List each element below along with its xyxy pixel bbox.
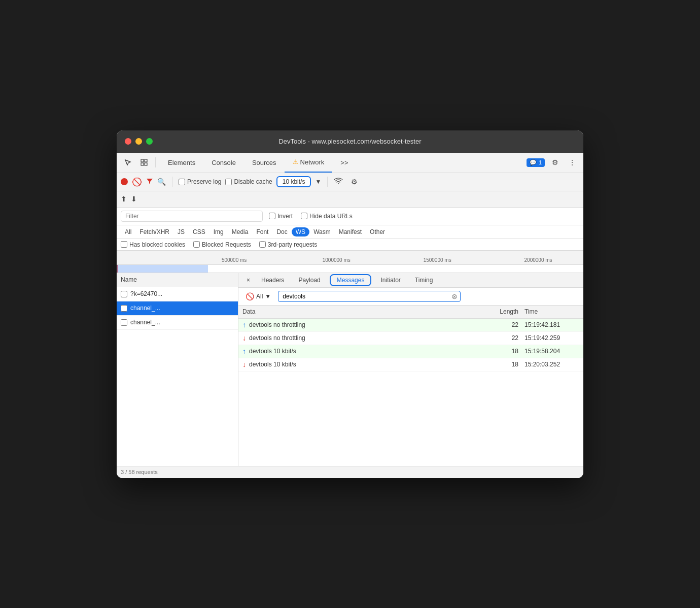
throttle-dropdown[interactable]: ▼ xyxy=(315,178,321,185)
tab-sources[interactable]: Sources xyxy=(244,152,285,173)
message-row-3[interactable]: ↑ devtools 10 kbit/s 18 15:19:58.204 xyxy=(238,345,583,358)
msg-time-2: 15:19:42.259 xyxy=(518,334,579,342)
svg-rect-2 xyxy=(141,163,144,165)
request-checkbox-2[interactable] xyxy=(121,305,127,312)
filter-input-wrap xyxy=(121,211,263,222)
timeline-label-4: 2000000 ms xyxy=(524,257,552,263)
type-js[interactable]: JS xyxy=(173,227,189,237)
svg-rect-0 xyxy=(141,159,144,162)
tab-console[interactable]: Console xyxy=(203,152,244,173)
request-row-2[interactable]: channel_... xyxy=(117,301,238,316)
message-row-1[interactable]: ↑ devtools no throttling 22 15:19:42.181 xyxy=(238,319,583,332)
inspect-icon[interactable] xyxy=(137,155,151,170)
arrow-up-icon-3: ↑ xyxy=(242,347,246,355)
third-party-label[interactable]: 3rd-party requests xyxy=(259,241,317,248)
more-icon[interactable]: ⋮ xyxy=(565,155,579,170)
preserve-log-checkbox[interactable] xyxy=(179,179,185,185)
time-col-header: Time xyxy=(518,308,579,315)
throttle-button[interactable]: 10 kbit/s xyxy=(276,176,311,187)
tab-payload[interactable]: Payload xyxy=(291,274,327,287)
tab-elements[interactable]: Elements xyxy=(160,152,203,173)
request-name-3: channel_... xyxy=(130,319,160,326)
main-content: Name ?k=62470... channel_... channel_... xyxy=(117,273,583,466)
hide-data-urls-label[interactable]: Hide data URLs xyxy=(301,213,353,220)
blocked-requests-label[interactable]: Blocked Requests xyxy=(193,241,251,248)
type-media[interactable]: Media xyxy=(228,227,253,237)
type-manifest[interactable]: Manifest xyxy=(335,227,366,237)
type-all[interactable]: All xyxy=(121,227,135,237)
tab-timing[interactable]: Timing xyxy=(408,274,440,287)
filter-input[interactable] xyxy=(121,211,263,222)
warning-icon: ⚠ xyxy=(293,158,298,165)
record-button[interactable] xyxy=(121,178,128,185)
name-column-header: Name xyxy=(117,273,238,287)
arrow-down-icon-4: ↓ xyxy=(242,360,246,368)
no-entry-icon: 🚫 xyxy=(246,292,254,300)
tab-headers[interactable]: Headers xyxy=(254,274,291,287)
name-col-label: Name xyxy=(121,276,137,283)
invert-checkbox[interactable] xyxy=(269,213,275,219)
messages-all-filter[interactable]: 🚫 All ▼ xyxy=(242,291,274,301)
message-row-4[interactable]: ↓ devtools 10 kbit/s 18 15:20:03.252 xyxy=(238,358,583,371)
blocked-cookies-label[interactable]: Has blocked cookies xyxy=(121,241,185,248)
request-checkbox-3[interactable] xyxy=(121,319,127,326)
upload-icon[interactable]: ⬆ xyxy=(121,195,127,203)
close-button[interactable] xyxy=(125,138,131,145)
filter-checkboxes: Invert Hide data URLs xyxy=(269,213,353,220)
messages-header: Data Length Time xyxy=(238,306,583,319)
request-row-1[interactable]: ?k=62470... xyxy=(117,287,238,301)
type-filter-bar: All Fetch/XHR JS CSS Img Media Font Doc … xyxy=(117,225,583,239)
request-checkbox-1[interactable] xyxy=(121,291,127,297)
msg-data-1: ↑ devtools no throttling xyxy=(242,321,483,329)
blocked-requests-checkbox[interactable] xyxy=(193,241,200,248)
invert-label[interactable]: Invert xyxy=(269,213,293,220)
request-name-2: channel_... xyxy=(130,305,160,312)
disable-cache-label[interactable]: Disable cache xyxy=(225,178,272,185)
timeline-selection xyxy=(117,265,208,273)
msg-length-4: 18 xyxy=(483,361,518,368)
cursor-icon[interactable] xyxy=(121,155,135,170)
close-detail-button[interactable]: × xyxy=(242,274,254,287)
filter-icon[interactable] xyxy=(146,178,153,186)
preserve-log-label[interactable]: Preserve log xyxy=(179,178,221,185)
type-other[interactable]: Other xyxy=(366,227,389,237)
type-img[interactable]: Img xyxy=(209,227,228,237)
message-row-2[interactable]: ↓ devtools no throttling 22 15:19:42.259 xyxy=(238,332,583,345)
type-font[interactable]: Font xyxy=(252,227,272,237)
messages-badge[interactable]: 💬 1 xyxy=(527,158,545,167)
length-col-header: Length xyxy=(483,308,518,315)
message-search-clear[interactable]: ⊗ xyxy=(451,292,458,300)
type-wasm[interactable]: Wasm xyxy=(309,227,335,237)
type-fetch-xhr[interactable]: Fetch/XHR xyxy=(135,227,173,237)
svg-rect-1 xyxy=(145,159,147,162)
traffic-lights xyxy=(125,138,153,145)
timeline-label-3: 1500000 ms xyxy=(424,257,451,263)
detail-tabs: × Headers Payload Messages Initiator Tim… xyxy=(238,273,583,288)
arrow-up-icon-1: ↑ xyxy=(242,321,246,329)
message-search-input[interactable] xyxy=(278,291,461,302)
msg-length-1: 22 xyxy=(483,321,518,328)
tab-initiator[interactable]: Initiator xyxy=(373,274,407,287)
disable-cache-checkbox[interactable] xyxy=(225,179,232,185)
third-party-checkbox[interactable] xyxy=(259,241,266,248)
hide-data-urls-checkbox[interactable] xyxy=(301,213,307,219)
clear-button[interactable]: 🚫 xyxy=(132,177,142,187)
settings-icon[interactable]: ⚙ xyxy=(548,155,562,170)
blocked-cookies-checkbox[interactable] xyxy=(121,241,127,248)
tab-messages[interactable]: Messages xyxy=(330,274,372,286)
search-icon[interactable]: 🔍 xyxy=(157,178,166,186)
request-row-3[interactable]: channel_... xyxy=(117,316,238,330)
download-icon[interactable]: ⬇ xyxy=(131,195,137,203)
status-text: 3 / 58 requests xyxy=(121,469,158,475)
svg-rect-3 xyxy=(145,163,147,165)
minimize-button[interactable] xyxy=(135,138,142,145)
tab-more[interactable]: >> xyxy=(332,152,356,173)
timeline-label-1: 500000 ms xyxy=(222,257,247,263)
tab-network[interactable]: ⚠ Network xyxy=(285,152,333,173)
type-ws[interactable]: WS xyxy=(292,227,309,237)
type-doc[interactable]: Doc xyxy=(272,227,291,237)
msg-text-3: devtools 10 kbit/s xyxy=(249,348,296,355)
network-settings-icon[interactable]: ⚙ xyxy=(347,175,361,189)
maximize-button[interactable] xyxy=(146,138,153,145)
type-css[interactable]: CSS xyxy=(189,227,209,237)
